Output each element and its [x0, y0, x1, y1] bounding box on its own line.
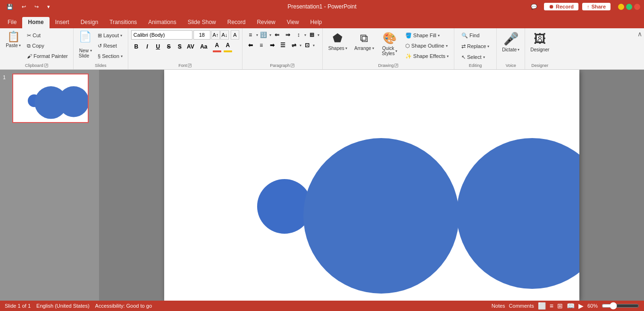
comment-button[interactable]: 💬 — [528, 3, 540, 11]
close-button[interactable] — [634, 4, 640, 10]
numbering-dd[interactable]: ▾ — [269, 33, 271, 37]
undo-button[interactable]: ↩ — [19, 3, 29, 11]
font-expand[interactable]: ↗ — [188, 64, 192, 67]
align-center-button[interactable]: ≡ — [256, 41, 267, 50]
paragraph-expand[interactable]: ↗ — [291, 64, 294, 67]
tab-transitions[interactable]: Transitions — [104, 17, 142, 28]
tab-file[interactable]: File — [2, 17, 22, 28]
columns-button[interactable]: ⊞ — [307, 30, 317, 40]
new-slide-button[interactable]: 📄 NewSlide▾ — [76, 30, 94, 60]
char-spacing-button[interactable]: AV — [185, 42, 196, 51]
language-label: English (United States) — [36, 303, 90, 309]
arrange-button[interactable]: ⧉ Arrange ▾ — [352, 30, 376, 52]
slides-col: ⊞ Layout ▾ ↺ Reset § Section ▾ — [95, 30, 125, 61]
reset-button[interactable]: ↺ Reset — [95, 41, 125, 51]
decrease-indent-button[interactable]: ⇐ — [272, 30, 282, 40]
paste-button[interactable]: 📋 Paste ▾ — [3, 30, 24, 49]
maximize-button[interactable] — [626, 4, 632, 10]
comments-button[interactable]: Comments — [509, 303, 534, 309]
dictate-button[interactable]: 🎤 Dictate ▾ — [500, 30, 522, 54]
slide-thumb-1[interactable] — [12, 74, 89, 123]
font-color-button[interactable]: A — [212, 41, 222, 50]
drawing-options-col: 🪣 Shape Fill ▾ ⬡ Shape Outline ▾ ✨ Shape… — [403, 30, 451, 61]
tab-record[interactable]: Record — [222, 17, 251, 28]
tab-slideshow[interactable]: Slide Show — [182, 17, 222, 28]
customize-qat-button[interactable]: ▾ — [44, 3, 53, 11]
bullets-button[interactable]: ≡ — [245, 30, 256, 40]
paste-icon: 📋 — [7, 32, 20, 42]
view-slide-sorter-button[interactable]: ⊞ — [557, 302, 563, 310]
format-painter-button[interactable]: 🖌 Format Painter — [25, 51, 70, 61]
zoom-slider[interactable] — [602, 302, 639, 310]
drawing-expand[interactable]: ↗ — [394, 64, 398, 67]
line-spacing-button[interactable]: ↕ — [293, 30, 304, 40]
view-normal-button[interactable]: ⬜ — [538, 302, 546, 310]
textdir-dd[interactable]: ▾ — [300, 43, 301, 48]
slides-content: 📄 NewSlide▾ ⊞ Layout ▾ ↺ Reset § Section — [76, 30, 125, 62]
tab-home[interactable]: Home — [22, 17, 49, 28]
clear-formatting-button[interactable]: A — [231, 30, 239, 40]
shadow-button[interactable]: S — [175, 42, 185, 51]
shapes-button[interactable]: ⬟ Shapes ▾ — [326, 30, 350, 52]
align-left-button[interactable]: ⬅ — [245, 41, 256, 50]
tab-view[interactable]: View — [281, 17, 305, 28]
tab-design[interactable]: Design — [75, 17, 104, 28]
decrease-font-size-button[interactable]: A↓ — [220, 30, 229, 40]
section-button[interactable]: § Section ▾ — [95, 51, 125, 61]
shape-fill-button[interactable]: 🪣 Shape Fill ▾ — [403, 30, 451, 41]
text-direction-button[interactable]: ⇌ — [289, 41, 299, 50]
tab-help[interactable]: Help — [305, 17, 328, 28]
italic-button[interactable]: I — [142, 42, 152, 51]
numbering-button[interactable]: 🔢 — [259, 30, 269, 40]
minimize-button[interactable] — [618, 4, 624, 10]
cut-button[interactable]: ✂ Cut — [25, 30, 70, 41]
font-selector-row: A↑ A↓ A — [131, 30, 239, 40]
redo-button[interactable]: ↪ — [32, 3, 42, 11]
view-outline-button[interactable]: ≡ — [550, 302, 553, 310]
find-button[interactable]: 🔍 Find — [459, 30, 482, 41]
linespacing-dd[interactable]: ▾ — [304, 33, 306, 37]
notes-button[interactable]: Notes — [492, 303, 505, 309]
strikethrough-button[interactable]: S — [164, 42, 174, 51]
tab-animations[interactable]: Animations — [142, 17, 182, 28]
share-title-button[interactable]: ↑ Share — [582, 3, 611, 10]
slide-canvas[interactable] — [164, 70, 579, 301]
font-size-input[interactable] — [193, 30, 210, 40]
clipboard-expand[interactable]: ↗ — [44, 64, 48, 67]
quick-styles-button[interactable]: 🎨 QuickStyles▾ — [378, 30, 401, 57]
newslide-dropdown-arrow: ▾ — [90, 49, 92, 53]
record-title-button[interactable]: ⏺ Record — [544, 3, 578, 10]
layout-button[interactable]: ⊞ Layout ▾ — [95, 30, 125, 41]
group-editing: 🔍 Find ⇄ Replace ▾ ↖ Select ▾ Editing — [454, 28, 497, 69]
svg-point-3 — [58, 86, 88, 117]
tab-insert[interactable]: Insert — [50, 17, 75, 28]
columns-dd[interactable]: ▾ — [318, 33, 319, 37]
shape-effects-button[interactable]: ✨ Shape Effects ▾ — [403, 51, 451, 61]
highlight-color-button[interactable]: A — [223, 41, 233, 50]
view-reading-button[interactable]: 📖 — [567, 302, 575, 310]
font-case-button[interactable]: Aa — [199, 42, 209, 51]
copy-button[interactable]: ⧉ Copy — [25, 41, 70, 51]
justify-button[interactable]: ☰ — [278, 41, 288, 50]
view-slideshow-button[interactable]: ▶ — [578, 302, 584, 310]
layout-dropdown-arrow: ▾ — [120, 33, 122, 38]
bullets-dd[interactable]: ▾ — [256, 33, 258, 37]
bold-button[interactable]: B — [131, 42, 142, 51]
paragraph-row1: ≡ ▾ 🔢 ▾ ⇐ ⇒ ↕ ▾ ⊞ ▾ — [245, 30, 319, 40]
cut-icon: ✂ — [27, 33, 31, 39]
increase-font-size-button[interactable]: A↑ — [211, 30, 220, 40]
select-button[interactable]: ↖ Select ▾ — [459, 52, 487, 62]
shape-outline-button[interactable]: ⬡ Shape Outline ▾ — [403, 41, 451, 51]
font-name-input[interactable] — [131, 30, 192, 40]
collapse-ribbon-button[interactable]: ∧ — [637, 30, 642, 38]
increase-indent-button[interactable]: ⇒ — [283, 30, 293, 40]
smart-art-button[interactable]: ⊡ — [302, 41, 312, 50]
replace-button[interactable]: ⇄ Replace ▾ — [459, 41, 492, 51]
tab-review[interactable]: Review — [251, 17, 281, 28]
shape-effects-icon: ✨ — [405, 53, 412, 59]
designer-button[interactable]: 🖼 Designer — [528, 30, 552, 54]
underline-button[interactable]: U — [153, 42, 163, 51]
save-button[interactable]: 💾 — [4, 3, 16, 11]
align-right-button[interactable]: ➡ — [267, 41, 277, 50]
smartart-dd[interactable]: ▾ — [313, 43, 315, 48]
